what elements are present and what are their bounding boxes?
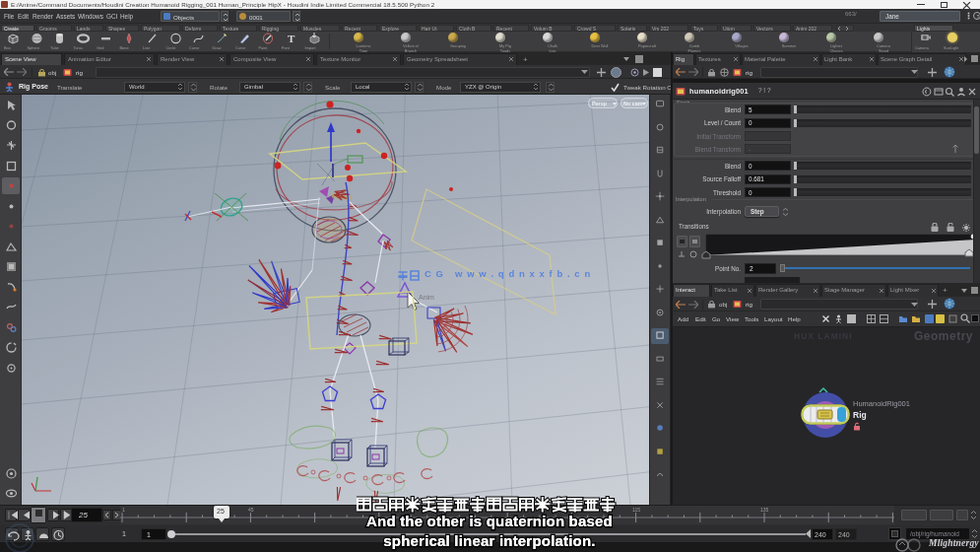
svg-text:Anim: Anim [419,294,434,301]
svg-text:T: T [288,33,295,44]
svg-text:1: 1 [122,507,125,513]
